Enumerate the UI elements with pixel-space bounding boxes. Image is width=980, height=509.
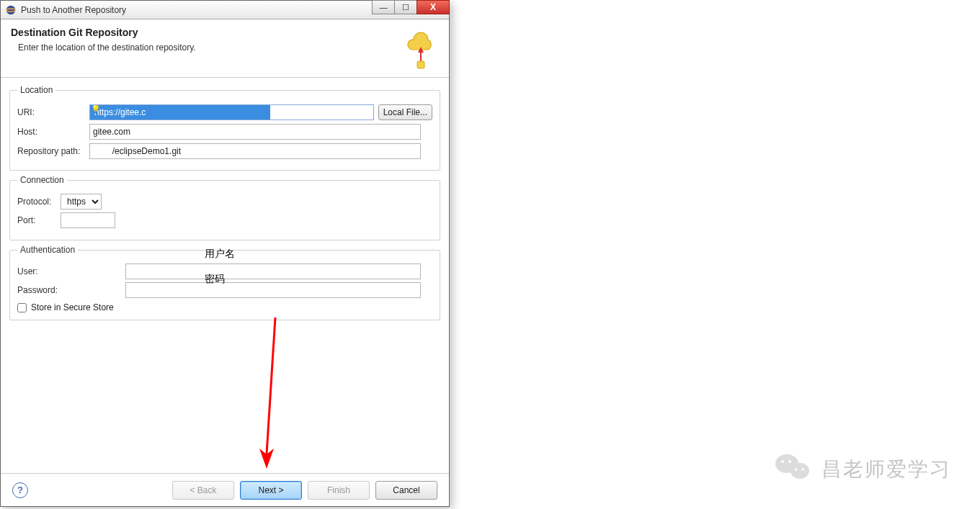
svg-line-5 bbox=[267, 317, 275, 454]
repo-path-label: Repository path: bbox=[17, 146, 89, 156]
dialog-footer: ? < Back Next > Finish Cancel bbox=[1, 473, 449, 506]
svg-marker-6 bbox=[259, 449, 274, 469]
arrow-annotation-icon bbox=[257, 317, 285, 476]
back-button[interactable]: < Back bbox=[172, 481, 234, 500]
svg-point-11 bbox=[795, 468, 798, 471]
lightbulb-icon: 💡 bbox=[91, 104, 101, 114]
password-input[interactable] bbox=[125, 282, 421, 298]
window-buttons: — ☐ X bbox=[372, 1, 449, 19]
svg-point-10 bbox=[790, 463, 809, 479]
svg-rect-4 bbox=[417, 61, 424, 68]
authentication-group: Authentication User: Password: Store in … bbox=[9, 245, 440, 320]
next-button[interactable]: Next > bbox=[240, 481, 302, 500]
dialog-window: Push to Another Repository — ☐ X Destina… bbox=[0, 0, 450, 507]
uri-input[interactable]: 💡 https://gitee.c bbox=[89, 104, 374, 120]
close-button[interactable]: X bbox=[416, 0, 450, 14]
svg-point-12 bbox=[801, 468, 804, 471]
user-input[interactable] bbox=[125, 263, 421, 279]
protocol-label: Protocol: bbox=[17, 197, 61, 207]
watermark: 昌老师爱学习 bbox=[774, 451, 951, 487]
svg-point-9 bbox=[788, 460, 791, 463]
cloud-upload-icon bbox=[403, 27, 439, 70]
watermark-text: 昌老师爱学习 bbox=[821, 456, 951, 483]
finish-button[interactable]: Finish bbox=[308, 481, 370, 500]
svg-point-8 bbox=[781, 460, 784, 463]
user-label: User: bbox=[17, 266, 125, 276]
location-legend: Location bbox=[17, 85, 55, 95]
wechat-icon bbox=[774, 451, 811, 487]
connection-legend: Connection bbox=[17, 175, 67, 185]
banner-subtitle: Enter the location of the destination re… bbox=[11, 42, 403, 53]
window-title: Push to Another Repository bbox=[21, 5, 372, 15]
authentication-legend: Authentication bbox=[17, 245, 78, 255]
banner: Destination Git Repository Enter the loc… bbox=[1, 19, 449, 78]
uri-label: URI: bbox=[17, 107, 89, 117]
minimize-button[interactable]: — bbox=[372, 0, 395, 14]
maximize-button[interactable]: ☐ bbox=[394, 0, 417, 14]
titlebar[interactable]: Push to Another Repository — ☐ X bbox=[1, 1, 449, 19]
repo-path-input[interactable] bbox=[89, 143, 421, 159]
cancel-button[interactable]: Cancel bbox=[375, 481, 437, 500]
port-label: Port: bbox=[17, 215, 61, 225]
help-button[interactable]: ? bbox=[12, 482, 28, 498]
location-group: Location URI: 💡 https://gitee.c Local Fi… bbox=[9, 85, 440, 171]
uri-selected-text: https://gitee.c bbox=[90, 105, 270, 120]
port-input[interactable] bbox=[61, 212, 115, 228]
svg-point-0 bbox=[6, 5, 15, 14]
banner-title: Destination Git Repository bbox=[11, 27, 403, 38]
store-secure-label: Store in Secure Store bbox=[31, 302, 114, 312]
store-secure-checkbox[interactable] bbox=[17, 303, 27, 312]
local-file-button[interactable]: Local File... bbox=[378, 104, 432, 120]
eclipse-icon bbox=[5, 4, 17, 16]
host-input[interactable] bbox=[89, 124, 421, 140]
password-label: Password: bbox=[17, 285, 125, 295]
connection-group: Connection Protocol: https Port: bbox=[9, 175, 440, 240]
protocol-select[interactable]: https bbox=[61, 194, 102, 210]
host-label: Host: bbox=[17, 127, 89, 137]
